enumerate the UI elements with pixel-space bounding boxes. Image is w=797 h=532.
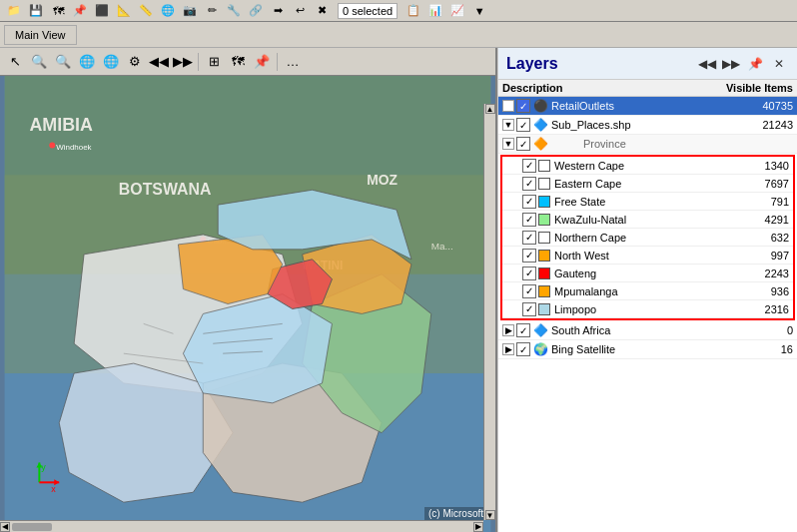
separator-1 (198, 53, 199, 71)
toolbar-icon-9[interactable]: 📷 (180, 1, 200, 21)
toolbar-icon-6[interactable]: 📐 (114, 1, 134, 21)
svg-text:AMIBIA: AMIBIA (29, 115, 93, 135)
layers-pin-btn[interactable]: 📌 (745, 54, 765, 74)
layer-row-gauteng[interactable]: Gauteng 2243 (502, 265, 793, 282)
svg-text:MOZ: MOZ (367, 172, 398, 188)
toolbar-icon-13[interactable]: ➡ (268, 1, 288, 21)
visibility-western-cape[interactable] (522, 159, 536, 173)
visibility-northern-cape[interactable] (522, 231, 536, 245)
eastern-cape-count: 7697 (739, 178, 789, 190)
select-tool[interactable]: ↖ (4, 51, 26, 73)
zoom-out-tool[interactable]: 🔍 (52, 51, 74, 73)
toolbar-icon-7[interactable]: 📏 (136, 1, 156, 21)
expand-subplaces[interactable]: ▼ (502, 119, 514, 131)
layers-column-header: Description Visible Items (498, 80, 797, 97)
map-horizontal-scrollbar[interactable]: ◀ ▶ (0, 520, 483, 532)
settings-tool[interactable]: ⚙ (124, 51, 146, 73)
forward-tool[interactable]: ▶▶ (172, 51, 194, 73)
layer-row-western-cape[interactable]: Western Cape 1340 (502, 157, 793, 175)
visibility-sa[interactable] (516, 323, 530, 337)
map-area: ↖ 🔍 🔍 🌐 🌐 ⚙ ◀◀ ▶▶ ⊞ 🗺 📌 … (0, 48, 497, 532)
globe-tool[interactable]: 🌐 (76, 51, 98, 73)
layer-row-mpumalanga[interactable]: Mpumalanga 936 (502, 282, 793, 300)
layer-row-eastern-cape[interactable]: Eastern Cape 7697 (502, 175, 793, 193)
col-description-header: Description (502, 82, 713, 94)
map-tool[interactable]: 🗺 (227, 51, 249, 73)
more-tool[interactable]: … (282, 51, 304, 73)
free-state-count: 791 (739, 196, 789, 208)
layer-row-north-west[interactable]: North West 997 (502, 247, 793, 265)
toolbar-icon-5[interactable]: ⬛ (92, 1, 112, 21)
layers-content: ▼ ⚫ RetailOutlets 40735 ▼ 🔷 Sub_Places.s… (498, 97, 797, 532)
toolbar-icon-15[interactable]: ✖ (312, 1, 332, 21)
layer-row-kwazulu[interactable]: KwaZulu-Natal 4291 (502, 211, 793, 229)
flag-tool[interactable]: 📌 (251, 51, 273, 73)
subplaces-icon: 🔷 (532, 117, 548, 133)
northern-cape-name: Northern Cape (554, 232, 739, 244)
expand-province[interactable]: ▼ (502, 138, 514, 150)
toolbar-icon-3[interactable]: 🗺 (48, 1, 68, 21)
visibility-gauteng[interactable] (522, 266, 536, 280)
layer-row-limpopo[interactable]: Limpopo 2316 (502, 300, 793, 318)
toolbar-icon-16[interactable]: 📋 (403, 1, 423, 21)
layer-row-subplaces[interactable]: ▼ 🔷 Sub_Places.shp 21243 (498, 116, 797, 135)
limpopo-swatch (538, 303, 550, 315)
province-group-name: Province (551, 138, 743, 150)
toolbar-icon-1[interactable]: 📁 (4, 1, 24, 21)
toolbar-icon-2[interactable]: 💾 (26, 1, 46, 21)
expand-bing[interactable]: ▶ (502, 343, 514, 355)
north-west-swatch (538, 250, 550, 262)
layers-back-btn[interactable]: ◀◀ (697, 54, 717, 74)
toolbar-icon-14[interactable]: ↩ (290, 1, 310, 21)
layers-title: Layers (506, 55, 558, 73)
layer-row-northern-cape[interactable]: Northern Cape 632 (502, 229, 793, 247)
toolbar-icon-8[interactable]: 🌐 (158, 1, 178, 21)
layers-close-btn[interactable]: ✕ (769, 54, 789, 74)
toolbar-icon-11[interactable]: 🔧 (224, 1, 244, 21)
map-canvas[interactable]: AMIBIA BOTSWANA MOZ WATINI LESOTHO Windh… (0, 76, 495, 532)
top-toolbar: 📁 💾 🗺 📌 ⬛ 📐 📏 🌐 📷 ✏ 🔧 🔗 ➡ ↩ ✖ 0 selected… (0, 0, 797, 22)
layer-row-free-state[interactable]: Free State 791 (502, 193, 793, 211)
visibility-retail[interactable] (516, 99, 530, 113)
layer-row-south-africa[interactable]: ▶ 🔷 South Africa 0 (498, 321, 797, 340)
visibility-north-west[interactable] (522, 249, 536, 263)
toolbar-icon-4[interactable]: 📌 (70, 1, 90, 21)
toolbar-icon-12[interactable]: 🔗 (246, 1, 266, 21)
layer-row-retail[interactable]: ▼ ⚫ RetailOutlets 40735 (498, 97, 797, 116)
grid-tool[interactable]: ⊞ (203, 51, 225, 73)
visibility-province[interactable] (516, 137, 530, 151)
western-cape-swatch (538, 160, 550, 172)
mpumalanga-swatch (538, 285, 550, 297)
expand-retail[interactable]: ▼ (502, 100, 514, 112)
sa-name: South Africa (551, 324, 743, 336)
layers-forward-btn[interactable]: ▶▶ (721, 54, 741, 74)
bing-name: Bing Satellite (551, 343, 743, 355)
main-view-tab[interactable]: Main View (4, 25, 77, 45)
subplaces-name: Sub_Places.shp (551, 119, 743, 131)
visibility-free-state[interactable] (522, 195, 536, 209)
visibility-bing[interactable] (516, 342, 530, 356)
kwazulu-name: KwaZulu-Natal (554, 214, 739, 226)
zoom-in-tool[interactable]: 🔍 (28, 51, 50, 73)
subplaces-count: 21243 (743, 119, 793, 131)
visibility-mpumalanga[interactable] (522, 284, 536, 298)
visibility-eastern-cape[interactable] (522, 177, 536, 191)
toolbar-icon-17[interactable]: 📊 (425, 1, 445, 21)
visibility-limpopo[interactable] (522, 302, 536, 316)
kwazulu-swatch (538, 214, 550, 226)
bing-icon: 🌍 (532, 341, 548, 357)
layer-row-province-group[interactable]: ▼ 🔶 Province (498, 135, 797, 154)
visibility-subplaces[interactable] (516, 118, 530, 132)
globe2-tool[interactable]: 🌐 (100, 51, 122, 73)
back-tool[interactable]: ◀◀ (148, 51, 170, 73)
expand-sa[interactable]: ▶ (502, 324, 514, 336)
visibility-kwazulu[interactable] (522, 213, 536, 227)
svg-text:x: x (51, 484, 56, 494)
toolbar-icon-10[interactable]: ✏ (202, 1, 222, 21)
toolbar-icon-19[interactable]: ▼ (469, 1, 489, 21)
main-container: ↖ 🔍 🔍 🌐 🌐 ⚙ ◀◀ ▶▶ ⊞ 🗺 📌 … (0, 48, 797, 532)
toolbar-icon-18[interactable]: 📈 (447, 1, 467, 21)
separator-2 (277, 53, 278, 71)
map-vertical-scrollbar[interactable]: ▲ ▼ (483, 104, 495, 520)
layer-row-bing[interactable]: ▶ 🌍 Bing Satellite 16 (498, 340, 797, 359)
